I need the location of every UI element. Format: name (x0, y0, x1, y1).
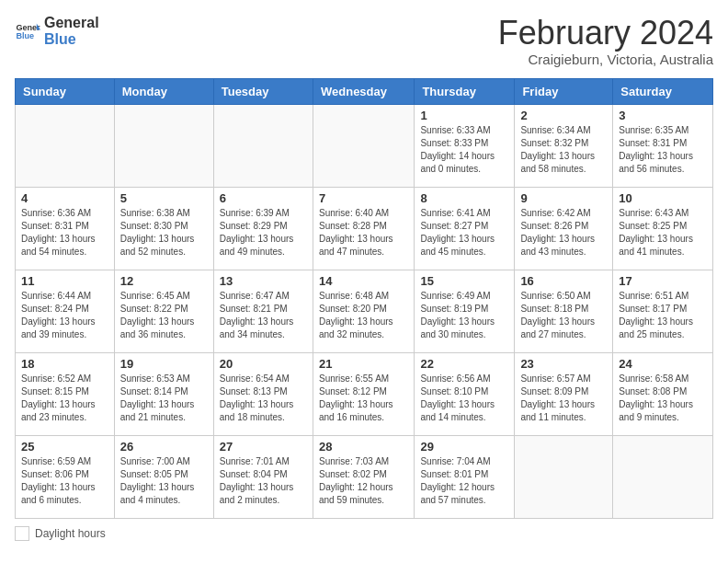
calendar-cell: 5Sunrise: 6:38 AM Sunset: 8:30 PM Daylig… (114, 187, 213, 270)
day-number: 14 (319, 274, 408, 288)
calendar-week-3: 11Sunrise: 6:44 AM Sunset: 8:24 PM Dayli… (16, 270, 713, 352)
day-info: Sunrise: 6:49 AM Sunset: 8:19 PM Dayligh… (420, 290, 508, 341)
day-info: Sunrise: 6:54 AM Sunset: 8:13 PM Dayligh… (220, 373, 307, 424)
day-number: 21 (319, 357, 408, 371)
calendar-cell (114, 104, 213, 187)
calendar-cell: 6Sunrise: 6:39 AM Sunset: 8:29 PM Daylig… (213, 187, 313, 270)
calendar-cell: 26Sunrise: 7:00 AM Sunset: 8:05 PM Dayli… (114, 435, 213, 518)
day-number: 28 (319, 440, 408, 454)
day-info: Sunrise: 6:34 AM Sunset: 8:32 PM Dayligh… (520, 124, 607, 176)
day-info: Sunrise: 6:45 AM Sunset: 8:22 PM Dayligh… (120, 290, 208, 341)
day-number: 15 (420, 274, 508, 288)
logo: General Blue General Blue (15, 15, 99, 47)
day-number: 3 (619, 109, 707, 122)
day-info: Sunrise: 6:55 AM Sunset: 8:12 PM Dayligh… (319, 373, 408, 424)
day-number: 20 (220, 357, 307, 371)
title-area: February 2024 Craigieburn, Victoria, Aus… (498, 15, 713, 67)
weekday-header-row: SundayMondayTuesdayWednesdayThursdayFrid… (16, 78, 713, 104)
svg-text:Blue: Blue (16, 31, 34, 40)
day-number: 8 (420, 191, 508, 205)
calendar-cell: 23Sunrise: 6:57 AM Sunset: 8:09 PM Dayli… (515, 352, 613, 435)
calendar-cell: 15Sunrise: 6:49 AM Sunset: 8:19 PM Dayli… (415, 270, 515, 352)
day-number: 18 (21, 357, 108, 371)
day-number: 2 (520, 109, 607, 122)
calendar-cell: 7Sunrise: 6:40 AM Sunset: 8:28 PM Daylig… (313, 187, 414, 270)
location: Craigieburn, Victoria, Australia (498, 52, 713, 67)
calendar-cell: 12Sunrise: 6:45 AM Sunset: 8:22 PM Dayli… (114, 270, 213, 352)
day-info: Sunrise: 6:59 AM Sunset: 8:06 PM Dayligh… (21, 455, 108, 507)
calendar-week-4: 18Sunrise: 6:52 AM Sunset: 8:15 PM Dayli… (16, 352, 713, 435)
calendar-cell: 4Sunrise: 6:36 AM Sunset: 8:31 PM Daylig… (16, 187, 115, 270)
day-info: Sunrise: 6:52 AM Sunset: 8:15 PM Dayligh… (21, 373, 108, 424)
day-number: 7 (319, 191, 408, 205)
calendar-cell: 24Sunrise: 6:58 AM Sunset: 8:08 PM Dayli… (613, 352, 713, 435)
day-number: 22 (420, 357, 508, 371)
calendar-table: SundayMondayTuesdayWednesdayThursdayFrid… (15, 78, 713, 519)
day-info: Sunrise: 6:51 AM Sunset: 8:17 PM Dayligh… (619, 290, 707, 341)
calendar-cell: 19Sunrise: 6:53 AM Sunset: 8:14 PM Dayli… (114, 352, 213, 435)
calendar-cell: 10Sunrise: 6:43 AM Sunset: 8:25 PM Dayli… (613, 187, 713, 270)
day-info: Sunrise: 7:00 AM Sunset: 8:05 PM Dayligh… (120, 455, 208, 507)
day-info: Sunrise: 6:47 AM Sunset: 8:21 PM Dayligh… (220, 290, 307, 341)
calendar-cell (16, 104, 115, 187)
calendar-cell: 20Sunrise: 6:54 AM Sunset: 8:13 PM Dayli… (213, 352, 313, 435)
day-number: 6 (220, 191, 307, 205)
legend-label: Daylight hours (35, 527, 106, 540)
day-info: Sunrise: 7:04 AM Sunset: 8:01 PM Dayligh… (420, 455, 508, 507)
logo-general: General (44, 15, 99, 31)
calendar-cell: 8Sunrise: 6:41 AM Sunset: 8:27 PM Daylig… (415, 187, 515, 270)
day-number: 23 (520, 357, 607, 371)
day-info: Sunrise: 6:36 AM Sunset: 8:31 PM Dayligh… (21, 207, 108, 259)
calendar-cell: 1Sunrise: 6:33 AM Sunset: 8:33 PM Daylig… (415, 104, 515, 187)
day-number: 16 (520, 274, 607, 288)
page-header: General Blue General Blue February 2024 … (15, 15, 713, 67)
day-info: Sunrise: 6:57 AM Sunset: 8:09 PM Dayligh… (520, 373, 607, 424)
calendar-week-1: 1Sunrise: 6:33 AM Sunset: 8:33 PM Daylig… (16, 104, 713, 187)
calendar-week-5: 25Sunrise: 6:59 AM Sunset: 8:06 PM Dayli… (16, 435, 713, 518)
calendar-cell: 16Sunrise: 6:50 AM Sunset: 8:18 PM Dayli… (515, 270, 613, 352)
day-number: 5 (120, 191, 208, 205)
day-number: 25 (21, 440, 108, 454)
calendar-cell: 11Sunrise: 6:44 AM Sunset: 8:24 PM Dayli… (16, 270, 115, 352)
calendar-cell: 2Sunrise: 6:34 AM Sunset: 8:32 PM Daylig… (515, 104, 613, 187)
day-info: Sunrise: 6:53 AM Sunset: 8:14 PM Dayligh… (120, 373, 208, 424)
calendar-cell (313, 104, 414, 187)
legend-box (15, 526, 29, 541)
day-number: 29 (420, 440, 508, 454)
day-number: 27 (220, 440, 307, 454)
day-number: 26 (120, 440, 208, 454)
day-info: Sunrise: 6:48 AM Sunset: 8:20 PM Dayligh… (319, 290, 408, 341)
calendar-cell (613, 435, 713, 518)
calendar-cell: 17Sunrise: 6:51 AM Sunset: 8:17 PM Dayli… (613, 270, 713, 352)
calendar-cell: 9Sunrise: 6:42 AM Sunset: 8:26 PM Daylig… (515, 187, 613, 270)
day-number: 4 (21, 191, 108, 205)
weekday-header-saturday: Saturday (613, 78, 713, 104)
day-info: Sunrise: 6:50 AM Sunset: 8:18 PM Dayligh… (520, 290, 607, 341)
day-number: 11 (21, 274, 108, 288)
day-info: Sunrise: 6:40 AM Sunset: 8:28 PM Dayligh… (319, 207, 408, 259)
day-info: Sunrise: 6:43 AM Sunset: 8:25 PM Dayligh… (619, 207, 707, 259)
day-number: 12 (120, 274, 208, 288)
day-number: 13 (220, 274, 307, 288)
day-info: Sunrise: 7:01 AM Sunset: 8:04 PM Dayligh… (220, 455, 307, 507)
weekday-header-friday: Friday (515, 78, 613, 104)
day-number: 17 (619, 274, 707, 288)
day-number: 10 (619, 191, 707, 205)
day-info: Sunrise: 6:58 AM Sunset: 8:08 PM Dayligh… (619, 373, 707, 424)
day-info: Sunrise: 6:39 AM Sunset: 8:29 PM Dayligh… (220, 207, 307, 259)
calendar-cell: 22Sunrise: 6:56 AM Sunset: 8:10 PM Dayli… (415, 352, 515, 435)
day-info: Sunrise: 7:03 AM Sunset: 8:02 PM Dayligh… (319, 455, 408, 507)
day-info: Sunrise: 6:42 AM Sunset: 8:26 PM Dayligh… (520, 207, 607, 259)
calendar-cell (515, 435, 613, 518)
day-info: Sunrise: 6:35 AM Sunset: 8:31 PM Dayligh… (619, 124, 707, 176)
day-number: 1 (420, 109, 508, 122)
calendar-cell: 3Sunrise: 6:35 AM Sunset: 8:31 PM Daylig… (613, 104, 713, 187)
weekday-header-wednesday: Wednesday (313, 78, 414, 104)
day-number: 9 (520, 191, 607, 205)
calendar-cell: 21Sunrise: 6:55 AM Sunset: 8:12 PM Dayli… (313, 352, 414, 435)
day-number: 24 (619, 357, 707, 371)
weekday-header-tuesday: Tuesday (213, 78, 313, 104)
month-title: February 2024 (498, 15, 713, 52)
day-info: Sunrise: 6:33 AM Sunset: 8:33 PM Dayligh… (420, 124, 508, 176)
day-info: Sunrise: 6:56 AM Sunset: 8:10 PM Dayligh… (420, 373, 508, 424)
